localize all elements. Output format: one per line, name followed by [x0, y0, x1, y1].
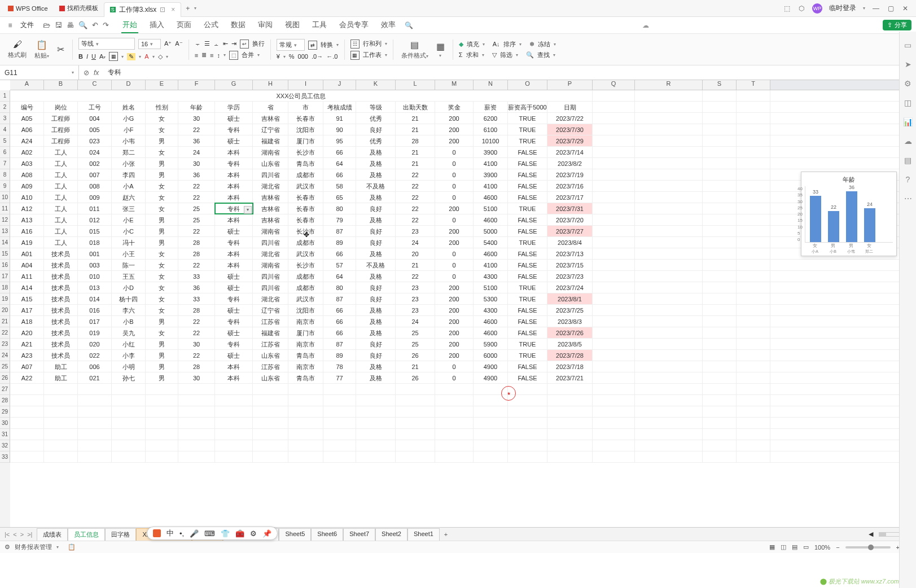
align-left-icon[interactable]: ≡ [195, 52, 198, 59]
cell[interactable]: 78 [323, 361, 356, 372]
cell[interactable]: 及格 [356, 316, 396, 327]
cell[interactable]: FALSE [508, 169, 547, 180]
help-tool-icon[interactable]: ? [906, 175, 910, 184]
cell[interactable] [146, 451, 178, 462]
cell[interactable] [396, 440, 435, 451]
cell[interactable]: 辽宁省 [253, 124, 288, 135]
cell[interactable]: 016 [78, 305, 112, 315]
cell[interactable]: A17 [10, 305, 44, 315]
cell[interactable]: 本科 [215, 147, 253, 157]
cell[interactable] [10, 418, 44, 428]
cell[interactable] [215, 440, 253, 451]
cell[interactable]: 4900 [474, 372, 508, 383]
cell[interactable]: 64 [323, 271, 356, 282]
cell[interactable]: 200 [435, 237, 474, 248]
cell[interactable] [288, 429, 323, 440]
cell[interactable]: 女 [146, 248, 178, 259]
cell[interactable] [215, 395, 253, 406]
cell[interactable] [323, 406, 356, 417]
cell[interactable] [146, 395, 178, 406]
cell[interactable]: 0 [435, 169, 474, 180]
cell[interactable] [635, 135, 703, 146]
cell[interactable] [474, 451, 508, 462]
cell[interactable]: 不及格 [356, 181, 396, 191]
cell[interactable]: 25 [396, 327, 435, 338]
cell[interactable]: 77 [323, 372, 356, 383]
cell[interactable] [737, 440, 770, 451]
cell[interactable]: 四川省 [253, 169, 288, 180]
cell[interactable] [703, 214, 737, 225]
cell[interactable]: 89 [323, 237, 356, 248]
cell[interactable]: A12 [10, 203, 44, 214]
cell[interactable]: 专科 [215, 339, 253, 349]
cell[interactable] [44, 395, 78, 406]
cell[interactable] [703, 372, 737, 383]
cell[interactable] [635, 203, 703, 214]
cell[interactable] [635, 282, 703, 293]
cell[interactable]: 男 [146, 372, 178, 383]
cell[interactable] [593, 429, 635, 440]
cell[interactable] [593, 158, 635, 169]
cell[interactable]: 200 [435, 350, 474, 361]
cell[interactable]: 长春市 [288, 192, 323, 203]
cell[interactable] [323, 429, 356, 440]
cell[interactable] [703, 293, 737, 304]
cell[interactable]: 男 [146, 237, 178, 248]
cell[interactable]: 4100 [474, 158, 508, 169]
cell[interactable] [737, 260, 770, 270]
cell[interactable] [737, 372, 770, 383]
cell[interactable] [635, 440, 703, 451]
name-box[interactable]: G11▾ [0, 65, 79, 80]
merge-button[interactable]: ⬚ [229, 51, 238, 60]
cell[interactable] [635, 418, 703, 428]
ime-mic-icon[interactable]: 🎤 [190, 529, 199, 538]
clear-format-button[interactable]: ◇ [158, 53, 163, 60]
cell[interactable] [112, 384, 146, 394]
cell[interactable]: 武汉市 [288, 248, 323, 259]
cell[interactable] [78, 384, 112, 394]
fx-cancel-icon[interactable]: ⊘ [84, 69, 89, 77]
cell[interactable] [10, 440, 44, 451]
cell[interactable]: A04 [10, 260, 44, 270]
cell[interactable]: 30 [178, 113, 215, 124]
cell[interactable] [593, 226, 635, 236]
cell[interactable]: 66 [323, 305, 356, 315]
cell[interactable]: A13 [10, 214, 44, 225]
cell[interactable]: 005 [78, 124, 112, 135]
cell[interactable]: 小D [112, 282, 146, 293]
cell[interactable]: 小E [112, 214, 146, 225]
cell[interactable] [635, 192, 703, 203]
cell[interactable] [215, 418, 253, 428]
cell[interactable]: 男 [146, 361, 178, 372]
cell[interactable]: 助工 [44, 361, 78, 372]
cells-area[interactable]: XXX公司员工信息编号岗位工号姓名性别年龄学历省市考核成绩等级出勤天数奖金薪资薪… [10, 90, 916, 527]
cell[interactable] [703, 226, 737, 236]
cell[interactable] [703, 113, 737, 124]
cell[interactable] [593, 214, 635, 225]
cell[interactable]: A01 [10, 248, 44, 259]
cell[interactable]: A07 [10, 361, 44, 372]
cell[interactable]: 2023/7/23 [547, 271, 593, 282]
cell[interactable] [178, 384, 215, 394]
cell[interactable] [737, 102, 770, 112]
cell[interactable] [593, 395, 635, 406]
cell[interactable] [396, 429, 435, 440]
col-header[interactable]: T [737, 80, 770, 90]
cell[interactable]: 女 [146, 271, 178, 282]
cell[interactable]: 男 [146, 214, 178, 225]
cell[interactable]: 及格 [356, 372, 396, 383]
sort-button[interactable]: 排序 [503, 40, 516, 49]
cell[interactable] [635, 113, 703, 124]
grid-area[interactable]: ABCDEFGHIJKLMNOPQRST 1234567891011121314… [0, 80, 916, 527]
cell[interactable]: 4600 [474, 248, 508, 259]
cell[interactable]: 女 [146, 147, 178, 157]
cell[interactable]: 男 [146, 169, 178, 180]
view-page-icon[interactable]: ◫ [781, 543, 786, 551]
cell[interactable]: 2023/7/31 [547, 203, 593, 214]
rowcol-button[interactable]: ☷ [350, 40, 360, 49]
cell[interactable]: 吉林省 [253, 203, 288, 214]
cell[interactable]: 湖北省 [253, 181, 288, 191]
cell[interactable] [178, 395, 215, 406]
cell[interactable] [253, 418, 288, 428]
cell[interactable] [10, 429, 44, 440]
